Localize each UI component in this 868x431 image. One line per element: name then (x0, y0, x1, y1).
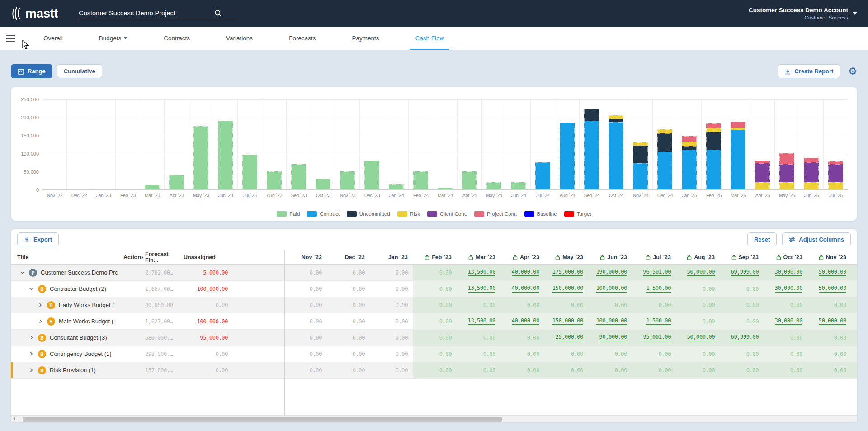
month-value-cell[interactable]: 50,000.00 (676, 330, 720, 346)
row-actions-cell[interactable] (121, 330, 143, 346)
tab-variations[interactable]: Variations (208, 27, 271, 50)
month-value-cell[interactable]: 50,000.00 (808, 265, 852, 280)
month-value-cell[interactable]: 0.00 (808, 297, 852, 313)
month-value-cell[interactable]: 0.00 (327, 346, 370, 362)
chevron-right-icon[interactable] (35, 303, 45, 308)
month-value-cell[interactable]: 0.00 (457, 362, 501, 378)
table-row-early-works-budget[interactable]: BEarly Works Budget (40,000.000.000.000.… (11, 297, 857, 313)
month-value-cell[interactable]: 0.00 (370, 281, 413, 297)
project-search-input[interactable] (79, 9, 214, 17)
month-value-cell[interactable]: 0.00 (413, 313, 457, 329)
month-value-cell[interactable]: 0.00 (413, 362, 457, 378)
chevron-down-icon[interactable] (17, 270, 27, 275)
row-actions-cell[interactable] (121, 313, 143, 329)
month-value-cell[interactable]: 1,500.00 (632, 281, 676, 297)
column-header-unassigned[interactable]: Unassigned (181, 250, 232, 264)
tab-overall[interactable]: Overall (25, 27, 81, 50)
column-header-sep-23[interactable]: Sep `23 (720, 250, 764, 264)
month-value-cell[interactable]: 25,000.00 (545, 330, 589, 346)
chevron-right-icon[interactable] (26, 351, 36, 356)
column-header-nov-23[interactable]: Nov `23 (808, 250, 852, 264)
table-row-consultant-budget-3[interactable]: BConsultant Budget (3)680,000.…-95,000.0… (11, 330, 857, 346)
row-actions-cell[interactable] (121, 297, 143, 313)
legend-item-risk[interactable]: Risk (397, 211, 420, 217)
month-value-cell[interactable]: 190,000.00 (589, 265, 632, 280)
month-value-cell[interactable]: 0.00 (370, 330, 413, 346)
month-value-cell[interactable]: 13,500.00 (457, 265, 501, 280)
column-header-jun-23[interactable]: Jun `23 (589, 250, 632, 264)
settings-gear-icon[interactable]: ⚙ (848, 66, 857, 76)
month-value-cell[interactable]: 0.00 (501, 297, 545, 313)
month-value-cell[interactable]: 0.00 (370, 346, 413, 362)
column-header-jan-23[interactable]: Jan `23 (370, 250, 413, 264)
month-value-cell[interactable]: 0.00 (589, 346, 632, 362)
account-menu[interactable]: Customer Success Demo Account Customer S… (749, 7, 857, 20)
month-value-cell[interactable]: 0.00 (284, 313, 327, 329)
month-value-cell[interactable]: 0.00 (589, 362, 632, 378)
scroll-left-arrow-icon[interactable] (13, 417, 15, 421)
column-header-title[interactable]: Title (11, 250, 121, 264)
month-value-cell[interactable]: 100,000.00 (589, 313, 632, 329)
month-value-cell[interactable]: 0.00 (720, 362, 764, 378)
chevron-right-icon[interactable] (26, 335, 36, 340)
chevron-right-icon[interactable] (26, 368, 36, 373)
month-value-cell[interactable]: 0.00 (501, 330, 545, 346)
month-value-cell[interactable]: 0.00 (370, 362, 413, 378)
create-report-button[interactable]: Create Report (778, 64, 840, 78)
tab-contracts[interactable]: Contracts (146, 27, 208, 50)
tab-cash-flow[interactable]: Cash Flow (397, 27, 462, 50)
month-value-cell[interactable]: 0.00 (545, 346, 589, 362)
month-value-cell[interactable]: 0.00 (808, 346, 852, 362)
month-value-cell[interactable]: 0.00 (589, 297, 632, 313)
month-value-cell[interactable]: 0.00 (501, 362, 545, 378)
row-actions-cell[interactable] (121, 265, 143, 280)
month-value-cell[interactable]: 0.00 (545, 362, 589, 378)
month-value-cell[interactable]: 13,500.00 (457, 281, 501, 297)
legend-item-client-cont[interactable]: Client Cont. (427, 211, 467, 217)
legend-item-project-cont[interactable]: Project Cont. (474, 211, 517, 217)
month-value-cell[interactable]: 0.00 (720, 281, 764, 297)
month-value-cell[interactable]: 0.00 (764, 362, 808, 378)
legend-item-target[interactable]: Target (564, 211, 591, 217)
column-header-dec-22[interactable]: Dec `22 (327, 250, 370, 264)
column-header-feb-23[interactable]: Feb `23 (413, 250, 457, 264)
column-header-apr-23[interactable]: Apr `23 (501, 250, 545, 264)
export-button[interactable]: Export (17, 232, 59, 246)
table-row-main-works-budget[interactable]: BMain Works Budget (1,627,00…100,000.000… (11, 313, 857, 330)
month-value-cell[interactable]: 0.00 (413, 297, 457, 313)
month-value-cell[interactable]: 0.00 (284, 346, 327, 362)
budgets-chevron-down-icon[interactable] (124, 37, 127, 39)
row-actions-cell[interactable] (121, 346, 143, 362)
month-value-cell[interactable]: 0.00 (676, 346, 720, 362)
month-value-cell[interactable]: 0.00 (720, 313, 764, 329)
month-value-cell[interactable]: 0.00 (413, 265, 457, 280)
month-value-cell[interactable]: 0.00 (327, 330, 370, 346)
month-value-cell[interactable]: 90,000.00 (589, 330, 632, 346)
reset-button[interactable]: Reset (747, 232, 777, 246)
month-value-cell[interactable]: 30,000.00 (764, 313, 808, 329)
month-value-cell[interactable]: 0.00 (413, 346, 457, 362)
month-value-cell[interactable]: 30,000.00 (764, 265, 808, 280)
month-value-cell[interactable]: 96,501.00 (632, 265, 676, 280)
month-value-cell[interactable]: 40,000.00 (501, 265, 545, 280)
legend-item-uncommitted[interactable]: Uncommitted (347, 211, 390, 217)
month-value-cell[interactable]: 69,999.00 (720, 265, 764, 280)
month-value-cell[interactable]: 0.00 (284, 362, 327, 378)
month-value-cell[interactable]: 0.00 (720, 297, 764, 313)
column-header-aug-23[interactable]: Aug `23 (676, 250, 720, 264)
chevron-down-icon[interactable] (26, 286, 36, 291)
legend-item-baseline[interactable]: Baseline (524, 211, 557, 217)
column-header-nov-22[interactable]: Nov `22 (284, 250, 327, 264)
month-value-cell[interactable]: 0.00 (370, 313, 413, 329)
account-chevron-down-icon[interactable] (853, 12, 857, 15)
month-value-cell[interactable]: 0.00 (676, 297, 720, 313)
table-row-contractor-budget-2[interactable]: BContractor Budget (2)1,667,00…100,000.0… (11, 281, 857, 297)
horizontal-scrollbar[interactable] (11, 415, 857, 422)
mastt-logo[interactable]: mastt (11, 6, 58, 21)
month-value-cell[interactable]: 40,000.00 (501, 313, 545, 329)
month-value-cell[interactable]: 0.00 (808, 362, 852, 378)
month-value-cell[interactable]: 0.00 (764, 297, 808, 313)
month-value-cell[interactable]: 0.00 (370, 265, 413, 280)
column-header-oct-23[interactable]: Oct `23 (764, 250, 808, 264)
month-value-cell[interactable]: 50,000.00 (676, 265, 720, 280)
